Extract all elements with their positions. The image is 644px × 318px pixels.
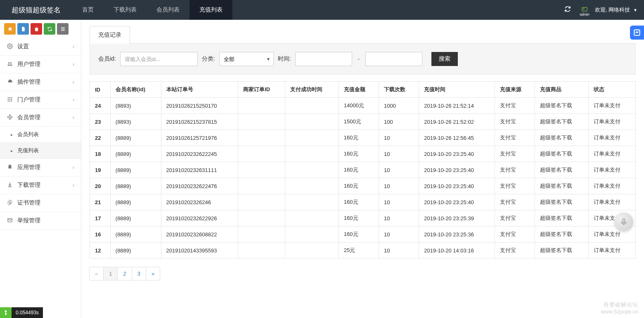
sidebar-item[interactable]: 举报管理 bbox=[0, 212, 81, 230]
nav-tab[interactable]: 充值列表 bbox=[189, 0, 232, 20]
table-cell: 21 bbox=[90, 194, 111, 210]
sidebar-subitem[interactable]: ▸充值列表 bbox=[0, 143, 81, 159]
nav-tab[interactable]: 下载列表 bbox=[104, 0, 147, 20]
move-icon bbox=[6, 114, 14, 121]
nav-tab[interactable]: 会员列表 bbox=[147, 0, 189, 20]
time-to-input[interactable] bbox=[365, 52, 422, 66]
time-label: 时间: bbox=[278, 55, 291, 63]
time-separator: - bbox=[356, 56, 362, 62]
table-cell: (8889) bbox=[110, 130, 161, 146]
time-from-input[interactable] bbox=[295, 52, 352, 66]
table-cell: 订单未支付 bbox=[589, 243, 636, 259]
table-header: 下载次数 bbox=[379, 82, 419, 98]
sidebar-item[interactable]: 下载管理› bbox=[0, 177, 81, 194]
table-cell: 10 bbox=[379, 162, 419, 178]
table-cell: 2019-10-20 14:03:16 bbox=[419, 243, 495, 259]
user-menu[interactable]: admin 欢迎, 网络科技 ▼ bbox=[578, 3, 637, 17]
refresh-icon[interactable] bbox=[564, 6, 571, 14]
table-cell: 支付宝 bbox=[495, 130, 535, 146]
sidebar-item[interactable]: 门户管理› bbox=[0, 91, 81, 109]
filter-bar: 会员id: 分类: 全部 时间: - 搜索 bbox=[90, 44, 636, 75]
table-row: 20(8889)20191020232622476160元102019-10-2… bbox=[90, 178, 636, 194]
table-cell: 超级签名下载 bbox=[535, 194, 589, 210]
table-cell bbox=[238, 226, 285, 243]
page-prev[interactable]: « bbox=[89, 267, 104, 280]
float-widget-button[interactable] bbox=[630, 26, 644, 40]
table-cell bbox=[238, 243, 285, 259]
page-number[interactable]: 1 bbox=[103, 267, 118, 280]
chevron-right-icon: › bbox=[73, 97, 74, 103]
table-header: 充值时间 bbox=[419, 82, 495, 98]
table-cell: 10 bbox=[379, 194, 419, 210]
table-cell: 支付宝 bbox=[495, 178, 535, 194]
table-cell: 2019-10-26 21:52:14 bbox=[419, 98, 495, 114]
svg-rect-12 bbox=[11, 100, 12, 101]
table-cell: 17 bbox=[90, 210, 111, 226]
grid-icon bbox=[6, 97, 14, 104]
list-button[interactable] bbox=[57, 23, 69, 35]
table-cell: 2019-10-26 12:56:45 bbox=[419, 130, 495, 146]
table-cell bbox=[285, 130, 339, 146]
table-cell bbox=[238, 114, 285, 130]
table-cell: 2019-10-26 21:52:02 bbox=[419, 114, 495, 130]
sidebar-item[interactable]: 会员管理› bbox=[0, 109, 81, 127]
svg-rect-17 bbox=[623, 219, 625, 223]
page-number[interactable]: 2 bbox=[117, 267, 132, 280]
table-row: 21(8889)201910202326246160元102019-10-20 … bbox=[90, 194, 636, 210]
chevron-right-icon: › bbox=[73, 115, 74, 120]
table-cell: 支付宝 bbox=[495, 243, 535, 259]
table-cell: 支付宝 bbox=[495, 146, 535, 162]
table-row: 24(8893)2019102621525017014000元10002019-… bbox=[90, 98, 636, 114]
tab-recharge-records[interactable]: 充值记录 bbox=[90, 26, 130, 44]
table-cell: 支付宝 bbox=[495, 98, 535, 114]
table-cell: (8889) bbox=[110, 146, 161, 162]
table-cell bbox=[285, 98, 339, 114]
perf-time: 0.054493s bbox=[12, 307, 43, 318]
svg-rect-4 bbox=[8, 97, 9, 98]
table-cell: 10 bbox=[379, 210, 419, 226]
sidebar-item[interactable]: 应用管理› bbox=[0, 159, 81, 177]
page-next[interactable]: » bbox=[146, 267, 160, 280]
table-cell: 160元 bbox=[339, 130, 379, 146]
sidebar-item[interactable]: 设置› bbox=[0, 38, 81, 56]
table-cell: 支付宝 bbox=[495, 162, 535, 178]
table-cell: (8889) bbox=[110, 243, 161, 259]
sidebar-item[interactable]: 证书管理 bbox=[0, 194, 81, 212]
table-cell: 160元 bbox=[339, 226, 379, 243]
search-button[interactable]: 搜索 bbox=[431, 52, 458, 66]
svg-rect-13 bbox=[9, 166, 12, 168]
member-id-input[interactable] bbox=[120, 52, 198, 66]
nav-tab[interactable]: 首页 bbox=[72, 0, 104, 20]
table-cell: (8889) bbox=[110, 162, 161, 178]
table-cell: 20191020232608822 bbox=[161, 226, 238, 243]
svg-rect-7 bbox=[8, 99, 9, 99]
perf-tag[interactable]: 0.054493s bbox=[0, 307, 43, 318]
file-button[interactable] bbox=[17, 23, 29, 35]
table-header: 状态 bbox=[589, 82, 636, 98]
table-cell: 2019-10-20 23:25:36 bbox=[419, 226, 495, 243]
table-cell: 2019-10-20 23:25:40 bbox=[419, 146, 495, 162]
sidebar-item-label: 门户管理 bbox=[17, 96, 73, 104]
avatar: admin bbox=[578, 3, 592, 17]
table-cell: (8893) bbox=[110, 98, 161, 114]
table-cell: 1500元 bbox=[339, 114, 379, 130]
sidebar-subitem[interactable]: ▸会员列表 bbox=[0, 127, 81, 143]
sidebar-item-label: 证书管理 bbox=[17, 199, 75, 207]
gear2-icon bbox=[6, 200, 14, 207]
sidebar-item[interactable]: 用户管理› bbox=[0, 56, 81, 73]
home-button[interactable] bbox=[4, 23, 16, 35]
voice-button[interactable] bbox=[614, 212, 633, 231]
table-row: 22(8889)20191026125721976160元102019-10-2… bbox=[90, 130, 636, 146]
table-cell bbox=[238, 194, 285, 210]
page-number[interactable]: 3 bbox=[132, 267, 146, 280]
sidebar-item[interactable]: 插件管理› bbox=[0, 73, 81, 91]
table-header: 本站订单号 bbox=[161, 82, 238, 98]
category-select[interactable]: 全部 bbox=[219, 52, 274, 66]
table-row: 17(8889)20191020232622926160元102019-10-2… bbox=[90, 210, 636, 226]
table-cell: (8889) bbox=[110, 194, 161, 210]
svg-rect-6 bbox=[11, 97, 12, 98]
recycle-button[interactable] bbox=[44, 23, 55, 35]
table-row: 18(8889)20191020232622245160元102019-10-2… bbox=[90, 146, 636, 162]
svg-rect-8 bbox=[9, 99, 10, 99]
trash-button[interactable] bbox=[31, 23, 42, 35]
